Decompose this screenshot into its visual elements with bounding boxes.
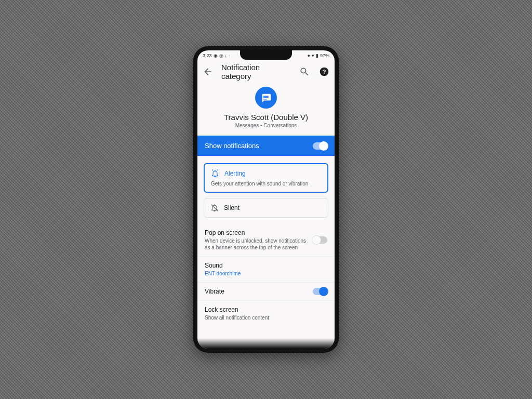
app-icon: [255, 87, 277, 109]
arrow-back-icon: [203, 66, 213, 77]
location-icon: ◉: [214, 53, 218, 58]
phone-frame: 3:23 ◉ ◎ ↓ · ● ▾ ▮ 97% Notification cate…: [193, 46, 339, 353]
show-notifications-label: Show notifications: [205, 142, 259, 150]
settings-list: Pop on screen When device is unlocked, s…: [197, 221, 335, 326]
phone-notch: [240, 50, 292, 60]
alerting-description: Gets your attention with sound or vibrat…: [211, 181, 321, 187]
search-icon: [299, 66, 310, 77]
help-button[interactable]: ?: [318, 65, 330, 78]
app-bar: Notification category ?: [197, 61, 335, 83]
status-time: 3:23: [203, 53, 212, 58]
option-silent[interactable]: Silent: [204, 198, 328, 218]
instagram-icon: ◎: [219, 53, 223, 58]
battery-icon: ▮: [316, 53, 318, 58]
small-icon-1: ↓: [225, 53, 228, 58]
sound-value: ENT doorchime: [205, 270, 327, 277]
small-icon-2: ·: [229, 53, 230, 58]
sound-title: Sound: [205, 262, 327, 269]
phone-screen: 3:23 ◉ ◎ ↓ · ● ▾ ▮ 97% Notification cate…: [197, 50, 335, 349]
lock-screen-title: Lock screen: [205, 306, 327, 313]
messages-icon: [260, 92, 272, 103]
dnd-icon: ●: [308, 53, 310, 58]
page-title: Notification category: [221, 63, 291, 81]
pop-on-screen-toggle[interactable]: [313, 236, 327, 244]
help-icon: ?: [319, 66, 329, 77]
pop-on-screen-title: Pop on screen: [205, 229, 313, 236]
show-notifications-toggle[interactable]: [313, 142, 327, 150]
behavior-options: Alerting Gets your attention with sound …: [197, 156, 335, 221]
pop-on-screen-subtitle: When device is unlocked, show notificati…: [205, 237, 313, 251]
show-notifications-row[interactable]: Show notifications: [197, 136, 335, 156]
setting-lock-screen[interactable]: Lock screen Show all notification conten…: [197, 300, 335, 326]
vibrate-toggle[interactable]: [313, 288, 327, 295]
search-button[interactable]: [298, 65, 311, 78]
header-hero: Travvis Scott (Double V) Messages • Conv…: [197, 83, 335, 136]
battery-percent: 97%: [320, 53, 329, 58]
svg-text:?: ?: [322, 68, 326, 75]
subcategory-label: Messages • Conversations: [235, 123, 297, 128]
wifi-icon: ▾: [312, 53, 314, 58]
setting-sound[interactable]: Sound ENT doorchime: [197, 256, 335, 282]
setting-vibrate[interactable]: Vibrate: [197, 282, 335, 300]
back-button[interactable]: [202, 65, 214, 78]
setting-pop-on-screen[interactable]: Pop on screen When device is unlocked, s…: [197, 224, 335, 256]
option-alerting[interactable]: Alerting Gets your attention with sound …: [204, 163, 328, 193]
bell-ring-icon: [211, 169, 219, 178]
contact-name: Travvis Scott (Double V): [224, 113, 308, 122]
lock-screen-value: Show all notification content: [205, 314, 327, 321]
silent-label: Silent: [224, 204, 240, 211]
alerting-label: Alerting: [224, 170, 246, 177]
vibrate-title: Vibrate: [205, 288, 313, 295]
bell-off-icon: [210, 204, 219, 212]
